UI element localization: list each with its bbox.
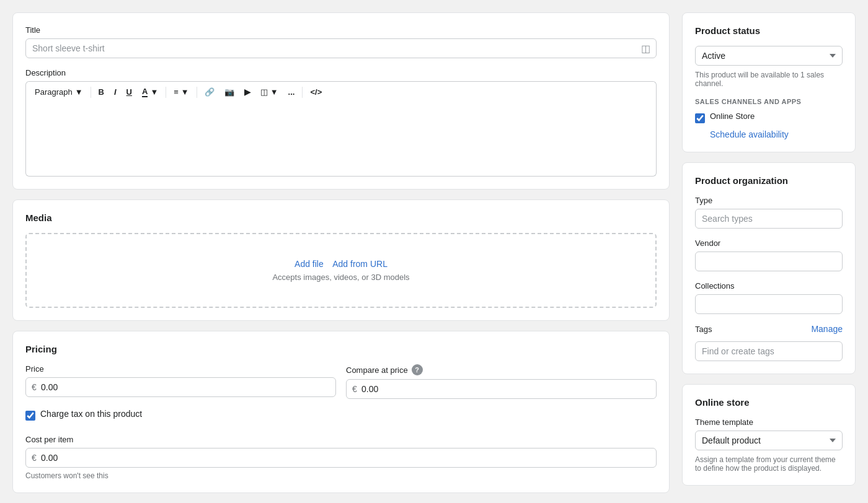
charge-tax-checkbox[interactable] xyxy=(25,411,35,421)
price-label: Price xyxy=(25,364,336,374)
font-color-select[interactable]: A ▼ xyxy=(138,84,162,100)
vendor-input[interactable] xyxy=(695,252,843,271)
price-currency: € xyxy=(32,382,37,392)
editor-toolbar: Paragraph ▼ B I U A ▼ ≡ ▼ xyxy=(25,81,657,102)
tags-header: Tags Manage xyxy=(695,324,843,334)
sales-channels-title: SALES CHANNELS AND APPS xyxy=(695,98,843,105)
cost-label: Cost per item xyxy=(25,435,657,444)
schedule-availability-button[interactable]: Schedule availability xyxy=(710,129,789,139)
type-input[interactable] xyxy=(695,209,843,229)
price-field: Price € xyxy=(25,364,336,399)
font-color-icon: A xyxy=(142,87,148,97)
online-store-label: Online Store xyxy=(710,112,755,121)
compare-input-wrapper: € xyxy=(346,379,657,399)
table-chevron-icon: ▼ xyxy=(270,87,278,97)
description-label: Description xyxy=(25,68,657,77)
more-button[interactable]: ... xyxy=(285,85,299,99)
pricing-title: Pricing xyxy=(25,344,657,354)
product-status-card: Product status Active Draft This product… xyxy=(682,12,856,152)
compare-currency: € xyxy=(352,384,357,394)
align-chevron-icon: ▼ xyxy=(181,87,189,97)
collections-input[interactable] xyxy=(695,294,843,314)
theme-template-label: Theme template xyxy=(695,418,843,427)
table-select[interactable]: ◫ ▼ xyxy=(257,85,282,99)
compare-field: Compare at price ? € xyxy=(346,364,657,399)
tags-manage-button[interactable]: Manage xyxy=(811,324,843,334)
vendor-field: Vendor xyxy=(695,238,843,271)
code-button[interactable]: </> xyxy=(306,85,326,99)
compare-label: Compare at price ? xyxy=(346,364,657,375)
cost-section: Cost per item € Customers won't see this xyxy=(25,435,657,480)
cost-input-wrapper: € xyxy=(25,448,657,468)
title-input-wrapper: ◫ xyxy=(25,38,657,58)
vendor-label: Vendor xyxy=(695,238,843,248)
compare-help-icon[interactable]: ? xyxy=(412,364,423,375)
bold-button[interactable]: B xyxy=(95,85,108,99)
add-url-button[interactable]: Add from URL xyxy=(332,259,388,269)
description-editor[interactable] xyxy=(25,102,657,177)
compare-input[interactable] xyxy=(346,379,657,399)
font-color-chevron-icon: ▼ xyxy=(150,87,158,97)
product-organization-title: Product organization xyxy=(695,175,843,186)
table-icon: ◫ xyxy=(260,87,268,97)
cost-currency: € xyxy=(32,453,37,463)
charge-tax-row: Charge tax on this product xyxy=(25,409,657,422)
channel-row: Online Store xyxy=(695,112,843,125)
media-links: Add file Add from URL xyxy=(39,259,643,269)
media-card: Media Add file Add from URL Accepts imag… xyxy=(12,199,670,321)
collections-field: Collections xyxy=(695,281,843,314)
media-title: Media xyxy=(25,212,657,223)
align-select[interactable]: ≡ ▼ xyxy=(170,85,192,99)
charge-tax-label: Charge tax on this product xyxy=(40,409,142,419)
price-input[interactable] xyxy=(25,377,336,397)
product-status-note: This product will be available to 1 sale… xyxy=(695,71,843,88)
media-accepts-note: Accepts images, videos, or 3D models xyxy=(39,273,643,282)
theme-template-select[interactable]: Default product xyxy=(695,431,843,450)
title-label: Title xyxy=(25,25,657,35)
title-icon: ◫ xyxy=(641,43,650,55)
description-section: Description Paragraph ▼ B I U A ▼ xyxy=(25,68,657,177)
product-organization-card: Product organization Type Vendor Collect… xyxy=(682,162,856,374)
image-button[interactable]: 📷 xyxy=(221,85,238,99)
theme-note: Assign a template from your current them… xyxy=(695,455,843,473)
toolbar-divider-1 xyxy=(91,87,91,98)
paragraph-label: Paragraph xyxy=(35,87,73,97)
toolbar-divider-3 xyxy=(197,87,197,98)
align-icon: ≡ xyxy=(174,87,179,97)
product-status-title: Product status xyxy=(695,25,843,36)
pricing-row: Price € Compare at price ? € xyxy=(25,364,657,399)
online-store-title: Online store xyxy=(695,397,843,408)
link-button[interactable]: 🔗 xyxy=(201,85,218,99)
collections-label: Collections xyxy=(695,281,843,291)
tags-input[interactable] xyxy=(695,341,843,361)
italic-button[interactable]: I xyxy=(110,85,120,99)
product-status-select[interactable]: Active Draft xyxy=(695,46,843,66)
title-input[interactable] xyxy=(25,38,657,58)
online-store-card: Online store Theme template Default prod… xyxy=(682,384,856,486)
type-field: Type xyxy=(695,196,843,229)
toolbar-divider-4 xyxy=(302,87,303,98)
add-file-button[interactable]: Add file xyxy=(294,259,324,269)
pricing-card: Pricing Price € Compare at price ? € xyxy=(12,331,670,493)
paragraph-select[interactable]: Paragraph ▼ xyxy=(31,85,87,99)
video-button[interactable]: ▶ xyxy=(241,85,254,99)
type-label: Type xyxy=(695,196,843,205)
paragraph-chevron-icon: ▼ xyxy=(75,87,83,97)
cost-input[interactable] xyxy=(25,448,657,468)
underline-button[interactable]: U xyxy=(123,85,136,99)
online-store-checkbox[interactable] xyxy=(695,113,705,123)
cost-note: Customers won't see this xyxy=(25,471,657,480)
tags-field: Tags Manage xyxy=(695,324,843,361)
tags-label: Tags xyxy=(695,325,712,334)
media-dropzone[interactable]: Add file Add from URL Accepts images, vi… xyxy=(25,233,657,308)
price-input-wrapper: € xyxy=(25,377,336,397)
toolbar-divider-2 xyxy=(166,87,166,98)
